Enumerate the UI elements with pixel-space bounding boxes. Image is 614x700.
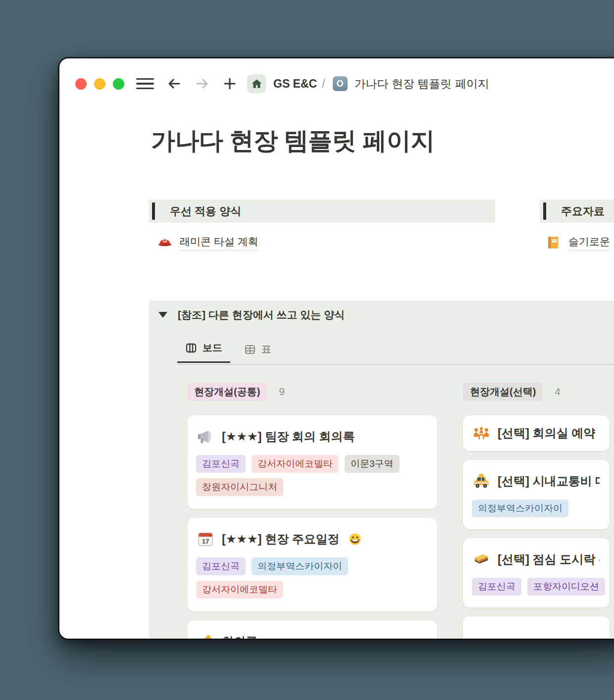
breadcrumb-page-title[interactable]: 가나다 현장 템플릿 페이지 xyxy=(355,76,489,92)
rescue-helmet-icon xyxy=(157,235,172,250)
titlebar: GS E&C / O 가나다 현장 템플릿 페이지 xyxy=(75,73,489,94)
tag: 강서자이에코델타 xyxy=(252,455,339,473)
page-o-badge-icon: O xyxy=(333,76,348,91)
board-card[interactable]: [선택] 시내교통비 대장 의정부역스카이자이 xyxy=(463,460,610,529)
card-tags: 의정부역스카이자이 xyxy=(463,490,610,529)
card-tags: 김포신곡 포항자이디오션 xyxy=(463,568,610,607)
quote-bar xyxy=(152,202,155,220)
board-card[interactable] xyxy=(463,616,610,639)
tag: 포항자이디오션 xyxy=(527,578,605,596)
calendar-icon: 17 xyxy=(197,531,214,548)
callout-right-label: 주요자료 xyxy=(561,204,605,219)
card-title: [선택] 시내교통비 대장 xyxy=(498,473,600,489)
home-icon xyxy=(251,78,262,90)
board-card[interactable]: [선택] 점심 도시락 신청 김포신곡 포항자이디오션 xyxy=(463,538,610,607)
tab-table-label: 표 xyxy=(261,343,271,356)
zoom-window-button[interactable] xyxy=(113,78,124,90)
tab-board-label: 보드 xyxy=(203,341,222,354)
column-name-badge[interactable]: 현장개설(선택) xyxy=(463,383,543,401)
board-card[interactable]: 17 [★★★] 현장 주요일정 김포신곡 의정부역스카이자이 강서자이에코델타 xyxy=(187,518,437,611)
view-tabs-divider xyxy=(177,364,614,365)
tag: 창원자이시그니처 xyxy=(196,478,283,496)
link-wise-guide[interactable]: 슬기로운 xyxy=(546,235,610,250)
new-page-plus-icon[interactable] xyxy=(222,76,237,91)
board-column-optional: 현장개설(선택) 4 [선택] 회의실 xyxy=(463,381,610,639)
board-card[interactable]: 회의록 xyxy=(187,620,437,639)
tag: 의정부역스카이자이 xyxy=(252,557,348,575)
sidebar-menu-icon[interactable] xyxy=(136,78,154,90)
column-count: 4 xyxy=(555,386,561,398)
card-tags: 김포신곡 의정부역스카이자이 강서자이에코델타 xyxy=(187,548,437,611)
tag: 김포신곡 xyxy=(472,578,521,596)
breadcrumb-workspace[interactable]: GS E&C xyxy=(273,77,317,91)
tab-board-view[interactable]: 보드 xyxy=(177,336,230,363)
table-view-icon xyxy=(244,344,256,355)
page-title: 가나다 현장 템플릿 페이지 xyxy=(151,125,435,157)
writing-hand-icon xyxy=(197,633,214,639)
card-title: 회의록 xyxy=(222,634,257,639)
board-column-common: 현장개설(공통) 9 [★★★] 팀장 회의 회의록 김포신곡 강서자이에코델타 xyxy=(187,381,437,639)
column-name-badge[interactable]: 현장개설(공통) xyxy=(187,383,267,401)
ledger-book-icon xyxy=(546,235,561,250)
card-title: [선택] 회의실 예약 xyxy=(498,425,595,441)
board-card[interactable]: [선택] 회의실 예약 xyxy=(463,415,610,451)
tag: 김포신곡 xyxy=(196,455,246,473)
taxi-icon xyxy=(473,473,490,490)
home-button[interactable] xyxy=(247,74,266,93)
toggle-title: [참조] 다른 현장에서 쓰고 있는 양식 xyxy=(178,308,345,322)
tag: 김포신곡 xyxy=(196,557,246,575)
app-window: GS E&C / O 가나다 현장 템플릿 페이지 가나다 현장 템플릿 페이지… xyxy=(59,58,614,639)
tab-table-view[interactable]: 표 xyxy=(236,338,279,363)
minimize-window-button[interactable] xyxy=(94,78,105,90)
forward-arrow-icon[interactable] xyxy=(195,76,209,91)
reference-toggle-section: [참조] 다른 현장에서 쓰고 있는 양식 보드 표 현장개설(공통) 9 xyxy=(149,300,614,639)
callout-left-label: 우선 적용 양식 xyxy=(170,204,241,219)
toggle-open-triangle-icon[interactable] xyxy=(158,312,167,318)
view-tabs: 보드 표 xyxy=(177,336,279,363)
column-header: 현장개설(공통) 9 xyxy=(187,381,437,402)
tag: 이문3구역 xyxy=(345,455,400,473)
breadcrumb-separator: / xyxy=(322,77,325,91)
column-header: 현장개설(선택) 4 xyxy=(463,381,610,402)
svg-text:17: 17 xyxy=(202,538,209,545)
toggle-header[interactable]: [참조] 다른 현장에서 쓰고 있는 양식 xyxy=(158,308,345,322)
card-tags: 김포신곡 강서자이에코델타 이문3구역 창원자이시그니처 xyxy=(187,445,437,509)
board-card[interactable]: [★★★] 팀장 회의 회의록 김포신곡 강서자이에코델타 이문3구역 창원자이… xyxy=(187,415,437,509)
tag: 강서자이에코델타 xyxy=(196,581,283,599)
quote-bar xyxy=(543,202,546,220)
card-title: [★★★] 팀장 회의 회의록 xyxy=(222,429,355,445)
grinning-face-icon xyxy=(349,533,361,546)
callout-key-materials: 주요자료 xyxy=(540,200,614,223)
callout-priority-forms: 우선 적용 양식 xyxy=(149,200,495,223)
link-remicon-plan[interactable]: 래미콘 타설 계획 xyxy=(157,235,258,250)
card-title: [★★★] 현장 주요일정 xyxy=(222,531,340,547)
board-view-icon xyxy=(185,342,197,354)
meeting-people-icon xyxy=(473,425,490,442)
card-title: [선택] 점심 도시락 신청 xyxy=(498,551,600,567)
link-left-label[interactable]: 래미콘 타설 계획 xyxy=(180,235,258,250)
close-window-button[interactable] xyxy=(75,78,87,90)
tag: 의정부역스카이자이 xyxy=(472,500,568,517)
loudspeaker-icon xyxy=(197,428,214,445)
back-arrow-icon[interactable] xyxy=(167,76,182,91)
bento-sandwich-icon xyxy=(473,551,490,568)
link-right-label[interactable]: 슬기로운 xyxy=(568,235,610,250)
column-count: 9 xyxy=(279,386,285,398)
